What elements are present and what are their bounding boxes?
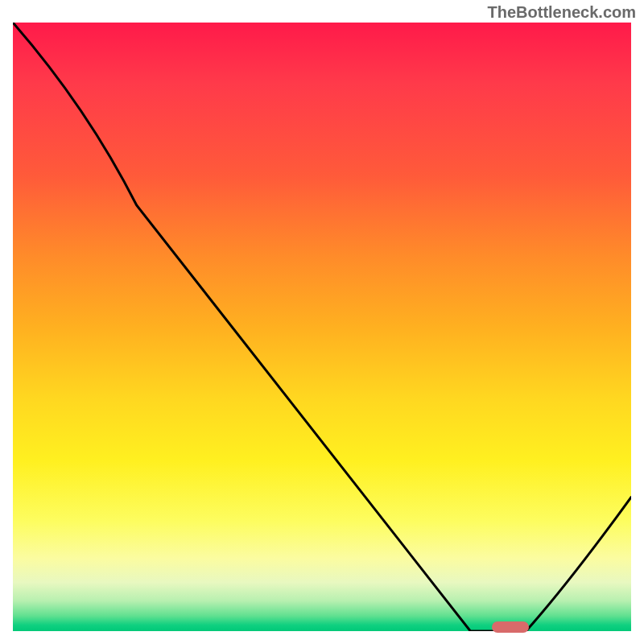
watermark-text: TheBottleneck.com: [488, 3, 636, 22]
bottleneck-curve: [13, 23, 631, 631]
optimal-point-marker: [492, 621, 529, 633]
chart-plot-area: [13, 23, 631, 631]
